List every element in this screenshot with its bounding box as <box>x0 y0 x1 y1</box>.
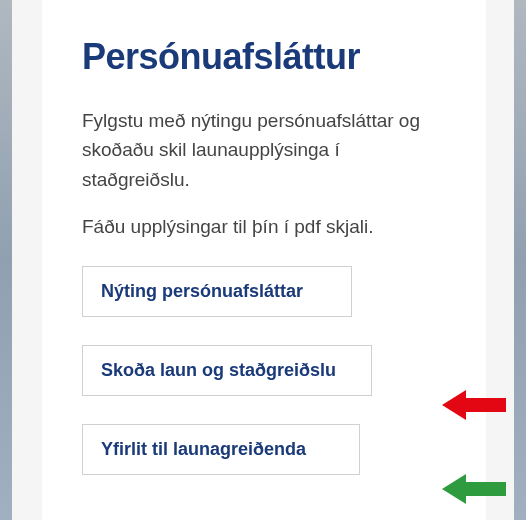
description-paragraph-2: Fáðu upplýsingar til þín í pdf skjali. <box>82 212 446 241</box>
svg-marker-0 <box>442 390 506 420</box>
green-arrow-icon <box>442 472 506 510</box>
red-arrow-icon <box>442 388 506 426</box>
view-salary-button[interactable]: Skoða laun og staðgreiðslu <box>82 345 372 396</box>
page-title: Persónuafsláttur <box>82 36 446 78</box>
card-container: Persónuafsláttur Fylgstu með nýtingu per… <box>42 0 486 520</box>
background-right-edge <box>514 0 526 520</box>
svg-marker-1 <box>442 474 506 504</box>
button-group: Nýting persónuafsláttar Skoða laun og st… <box>82 266 446 475</box>
description-paragraph-1: Fylgstu með nýtingu persónuafsláttar og … <box>82 106 446 194</box>
background-left-edge <box>0 0 12 520</box>
employer-overview-button[interactable]: Yfirlit til launagreiðenda <box>82 424 360 475</box>
usage-button[interactable]: Nýting persónuafsláttar <box>82 266 352 317</box>
